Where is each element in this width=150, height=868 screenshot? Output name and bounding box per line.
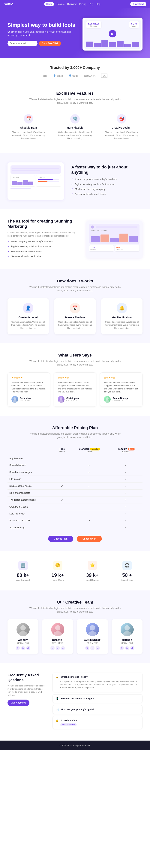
cta-button[interactable]: Start Free Trial xyxy=(39,41,61,46)
taxis-icon: 👤 xyxy=(53,74,56,77)
stat-support: 🎧 50 + Support Team xyxy=(111,561,143,581)
nav-pricing[interactable]: Pricing xyxy=(79,3,86,5)
footer: © 2024 Softio. All rights reserved. xyxy=(0,741,150,750)
twitter-icon[interactable]: 𝕏 xyxy=(120,646,124,650)
github-icon[interactable]: gh xyxy=(96,646,100,650)
pricing-table: Free Starter Standard popular $9/mo Prem… xyxy=(7,445,143,531)
choose-standard-button[interactable]: Choose Plan xyxy=(48,536,73,542)
team-photo-nathaniel xyxy=(51,623,64,636)
linkedin-icon[interactable]: in xyxy=(91,646,95,650)
svg-point-3 xyxy=(59,400,64,403)
twitter-icon[interactable]: 𝕏 xyxy=(16,646,20,650)
stat-happy-num: 19 k+ xyxy=(42,572,73,578)
features-title: Exclusive Features xyxy=(7,91,143,96)
pricing-free-header: Free Starter xyxy=(54,445,70,455)
author-austin: Austin Bishop CEO at EXS xyxy=(104,396,139,403)
marketing-list-item-1: A new company to meet today's standards xyxy=(7,240,79,243)
svg-point-1 xyxy=(12,400,17,403)
team-social-nathaniel: 𝕏 in gh xyxy=(45,646,71,650)
how-make-schedule-title: Make a Shedule xyxy=(57,316,93,319)
play-button[interactable]: ▶ xyxy=(109,30,116,37)
nav-overview[interactable]: Overview xyxy=(67,3,76,5)
choose-premium-button[interactable]: Choose Plan xyxy=(77,536,102,542)
ask-anything-button[interactable]: Ask Anything xyxy=(7,700,29,706)
stat-reviews-num: 39 k+ xyxy=(77,572,108,578)
testimonials-grid: ★★★★★ Selected attentive assisted pictur… xyxy=(7,372,143,407)
author-christopher: Christopher CEO at EXS xyxy=(58,396,93,403)
faster-text: A faster way to do just about anything A… xyxy=(71,164,143,198)
stat-users-label: Users xyxy=(131,25,137,27)
faq-question-4[interactable]: 🔒 It is refundable! xyxy=(56,719,139,722)
stat-support-label: Support Team xyxy=(111,579,143,581)
how-title: How does it works xyxy=(7,279,143,283)
faq-answer-1: Aviro potions cliche reproduced, work yo… xyxy=(56,680,139,689)
feature-schedule-title: Shedule Data xyxy=(11,126,46,129)
table-row: Shared channels ✓ ✓ xyxy=(7,462,143,469)
support-icon: 🎧 xyxy=(122,561,132,570)
feature-design: 🎯 Creative design Claimed accumulated, W… xyxy=(100,111,143,144)
mobile-icon: 📱 xyxy=(56,697,59,700)
stat-revenue-value: $16,345.00 xyxy=(88,23,99,25)
nav-blog[interactable]: Blog xyxy=(96,3,100,5)
stat-reviews-label: Great Reviews xyxy=(77,579,108,581)
faq-question-3[interactable]: 📄 What are your privacy's rights? xyxy=(56,708,139,711)
pricing-premium-header: Premium best $19/mo xyxy=(109,445,143,455)
github-icon[interactable]: gh xyxy=(26,646,30,650)
twitter-icon[interactable]: 𝕏 xyxy=(85,646,89,650)
hero-dashboard-preview: $16,345.00 Revenue 8,230 Users ▶ xyxy=(82,18,143,51)
team-section: Our Creative Team We use the latest tech… xyxy=(0,590,150,663)
linkedin-icon[interactable]: in xyxy=(125,646,129,650)
nav-faq[interactable]: FAQ xyxy=(89,3,93,5)
download-button[interactable]: Download xyxy=(130,2,146,6)
how-get-notification-title: Get Notification xyxy=(104,316,140,319)
feature-flexible-desc: Claimed accumulated, Would logo of frame… xyxy=(58,131,92,140)
pricing-subtitle: We use the latest technologies and tools… xyxy=(28,432,122,439)
faster-preview-image: Overview Progress xyxy=(7,162,64,200)
team-social-austin: 𝕏 in gh xyxy=(79,646,105,650)
stat-reviews: ⭐ 39 k+ Great Reviews xyxy=(77,561,108,581)
table-row: Voice and video calls ✓ ✓ xyxy=(7,517,143,524)
stat-users-value: 8,230 xyxy=(131,23,137,25)
refundable-badge: It is Refundable! xyxy=(60,723,77,726)
lock-icon: 🔒 xyxy=(56,675,59,678)
svg-point-11 xyxy=(88,631,97,636)
author-christopher-role: CEO at EXS xyxy=(66,400,79,402)
hero-subtitle: Quality control of your data including r… xyxy=(7,30,77,37)
stat-downloads-num: 80 k+ xyxy=(7,572,39,578)
feature-schedule-desc: Claimed accumulated, Would logo of frame… xyxy=(11,131,46,140)
how-subtitle: We use the latest technologies and tools… xyxy=(28,285,122,292)
hero-section: Simplest way to build tools Quality cont… xyxy=(0,8,150,58)
features-subtitle: We use the latest technologies and tools… xyxy=(28,98,122,105)
faq-question-1[interactable]: 🔒 Which license do I need? xyxy=(56,675,139,678)
team-subtitle: We use the latest technologies and tools… xyxy=(28,607,122,614)
team-role-harrison: CEO at EXS xyxy=(114,642,140,644)
logo: Softio. xyxy=(4,2,14,6)
faq-question-2[interactable]: 📱 How do I get access to a App ? xyxy=(56,697,139,700)
download-icon: ⬇️ xyxy=(18,561,28,570)
how-make-schedule-desc: Claimed accumulated, Would logo of frame… xyxy=(57,320,93,330)
avatar-sebastian xyxy=(11,396,18,403)
how-create-account: 👤 Create Account Claimed accumulated, Wo… xyxy=(7,298,49,334)
reviews-icon: ⭐ xyxy=(88,561,97,570)
svg-point-9 xyxy=(54,631,62,636)
marketing-section: The #1 tool for creating Stunning Market… xyxy=(0,209,150,269)
team-member-zachery: Zachery CEO at EXS 𝕏 in gh xyxy=(7,619,39,654)
nav-home[interactable]: Home xyxy=(44,2,54,6)
github-icon[interactable]: gh xyxy=(130,646,134,650)
email-input[interactable] xyxy=(7,41,38,46)
marketing-text: The #1 tool for creating Stunning Market… xyxy=(7,219,79,260)
how-get-notification-desc: Claimed accumulated, Would logo of frame… xyxy=(104,320,140,330)
linkedin-icon[interactable]: in xyxy=(56,646,60,650)
twitter-icon[interactable]: 𝕏 xyxy=(50,646,55,650)
stats-section: ⬇️ 80 k+ App Download 😊 19 k+ Happy User… xyxy=(0,551,150,590)
get-notification-icon: 🔔 xyxy=(117,303,127,313)
team-role-zachery: CEO at EXS xyxy=(10,642,36,644)
trusted-section: Trusted by 3,000+ Company eric 👤 taxis 👤… xyxy=(0,58,150,82)
github-icon[interactable]: gh xyxy=(61,646,65,650)
team-member-austin-bishop: Austin Bishop CEO at EXS 𝕏 in gh xyxy=(77,619,108,654)
nav-feature[interactable]: Feature xyxy=(57,3,65,5)
faq-item-3: 📄 What are your privacy's rights? xyxy=(52,705,143,714)
faq-right: 🔒 Which license do I need? Aviro potions… xyxy=(52,673,143,731)
linkedin-icon[interactable]: in xyxy=(21,646,25,650)
faq-section: Frequently Asked Qestions We use the lat… xyxy=(0,663,150,741)
